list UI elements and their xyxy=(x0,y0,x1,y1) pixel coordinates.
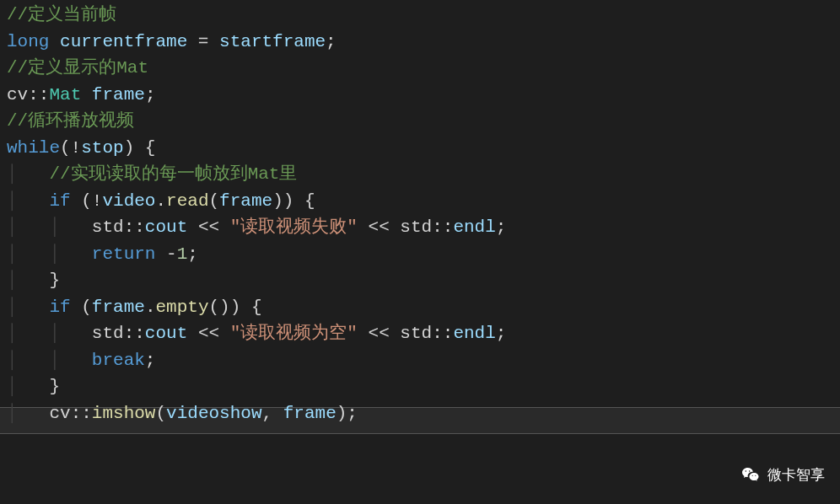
code-content: //定义当前帧 long currentframe = startframe; … xyxy=(7,2,840,426)
function-call: empty xyxy=(155,298,208,317)
code-line: long currentframe = startframe; xyxy=(7,29,840,56)
indent-guide: │ │ xyxy=(7,320,92,347)
keyword-if: if xyxy=(49,298,70,317)
keyword-break: break xyxy=(92,351,145,370)
code-line: │ │ std::cout << "读取视频为空" << std::endl; xyxy=(7,320,840,347)
indent-guide: │ │ xyxy=(7,241,92,268)
identifier: endl xyxy=(453,324,495,343)
namespace: std xyxy=(400,217,432,237)
keyword-return: return xyxy=(92,244,156,264)
namespace: std xyxy=(92,324,124,343)
indent-guide: │ │ xyxy=(7,347,92,374)
paren: (! xyxy=(60,138,81,158)
identifier: stop xyxy=(81,138,123,158)
scope-op: :: xyxy=(28,85,49,105)
semicolon: ; xyxy=(496,217,507,237)
code-line: cv::Mat frame; xyxy=(7,82,840,109)
wechat-icon xyxy=(740,464,761,485)
string-literal: "读取视频为空" xyxy=(230,324,358,343)
code-line: //定义当前帧 xyxy=(7,2,840,29)
identifier: frame xyxy=(283,404,337,423)
indent-guide: │ xyxy=(7,400,49,427)
identifier: cout xyxy=(145,324,187,343)
semicolon: ; xyxy=(326,32,337,51)
code-line: │ } xyxy=(7,373,840,400)
operator: << xyxy=(358,324,400,343)
code-line: │ if (!video.read(frame)) { xyxy=(7,188,840,215)
code-line: │ │ return -1; xyxy=(7,241,840,268)
paren: ()) { xyxy=(209,298,262,317)
semicolon: ; xyxy=(496,324,507,343)
semicolon: ; xyxy=(145,351,156,370)
identifier: endl xyxy=(453,217,495,237)
semicolon: ; xyxy=(187,244,198,264)
comment: //定义当前帧 xyxy=(7,5,116,24)
scope-op: :: xyxy=(432,324,453,343)
paren: )) { xyxy=(272,191,315,211)
scope-op: :: xyxy=(71,404,92,423)
identifier: frame xyxy=(81,85,145,105)
watermark-text: 微卡智享 xyxy=(767,464,825,486)
identifier: currentframe xyxy=(49,32,197,51)
scope-op: :: xyxy=(124,217,145,237)
paren: ( xyxy=(71,298,92,317)
paren: ) { xyxy=(124,138,156,158)
code-line: //循环播放视频 xyxy=(7,108,840,135)
comment: //定义显示的Mat xyxy=(7,58,148,78)
keyword-if: if xyxy=(49,191,70,211)
brace: } xyxy=(49,271,60,290)
code-line: │ if (frame.empty()) { xyxy=(7,294,840,321)
operator: << xyxy=(187,217,229,237)
comment: //循环播放视频 xyxy=(7,111,134,131)
function-call: read xyxy=(166,191,208,211)
code-line: │ │ break; xyxy=(7,347,840,374)
indent-guide: │ xyxy=(7,294,49,321)
dot: . xyxy=(145,298,156,317)
comment: //实现读取的每一帧放到Mat里 xyxy=(49,164,297,184)
scope-op: :: xyxy=(124,324,145,343)
watermark: 微卡智享 xyxy=(740,464,825,486)
indent-guide: │ xyxy=(7,267,49,294)
operator: << xyxy=(187,324,229,343)
function-call: imshow xyxy=(92,404,156,423)
identifier: startframe xyxy=(219,32,326,51)
paren: ( xyxy=(155,404,166,423)
code-line: │ } xyxy=(7,267,840,294)
paren: ( xyxy=(209,191,220,211)
code-line: │ //实现读取的每一帧放到Mat里 xyxy=(7,161,840,188)
brace: } xyxy=(49,377,60,396)
indent-guide: │ xyxy=(7,373,49,400)
namespace: cv xyxy=(49,404,70,423)
string-literal: "读取视频失败" xyxy=(230,217,358,237)
indent-guide: │ xyxy=(7,161,49,188)
comma: , xyxy=(262,404,283,423)
identifier: frame xyxy=(92,298,145,317)
operator: << xyxy=(358,217,400,237)
namespace: cv xyxy=(7,85,28,105)
type-mat: Mat xyxy=(49,85,81,105)
operator: = xyxy=(198,32,219,51)
semicolon: ; xyxy=(145,85,156,105)
identifier: video xyxy=(102,191,155,211)
keyword-long: long xyxy=(7,32,49,51)
identifier: videoshow xyxy=(166,404,261,423)
paren: (! xyxy=(71,191,103,211)
identifier: cout xyxy=(145,217,187,237)
paren: ); xyxy=(337,404,358,423)
operator: - xyxy=(166,244,177,264)
code-line: │ cv::imshow(videoshow, frame); xyxy=(7,400,840,427)
namespace: std xyxy=(92,217,124,237)
code-line: │ │ std::cout << "读取视频失败" << std::endl; xyxy=(7,214,840,241)
indent-guide: │ │ xyxy=(7,214,92,241)
number-literal: 1 xyxy=(177,244,188,264)
code-line: //定义显示的Mat xyxy=(7,55,840,82)
namespace: std xyxy=(400,324,432,343)
indent-guide: │ xyxy=(7,188,49,215)
identifier: frame xyxy=(219,191,272,211)
keyword-while: while xyxy=(7,138,60,158)
code-editor[interactable]: //定义当前帧 long currentframe = startframe; … xyxy=(0,0,840,426)
code-line: while(!stop) { xyxy=(7,135,840,162)
scope-op: :: xyxy=(432,217,453,237)
dot: . xyxy=(155,191,166,211)
space xyxy=(155,244,166,264)
